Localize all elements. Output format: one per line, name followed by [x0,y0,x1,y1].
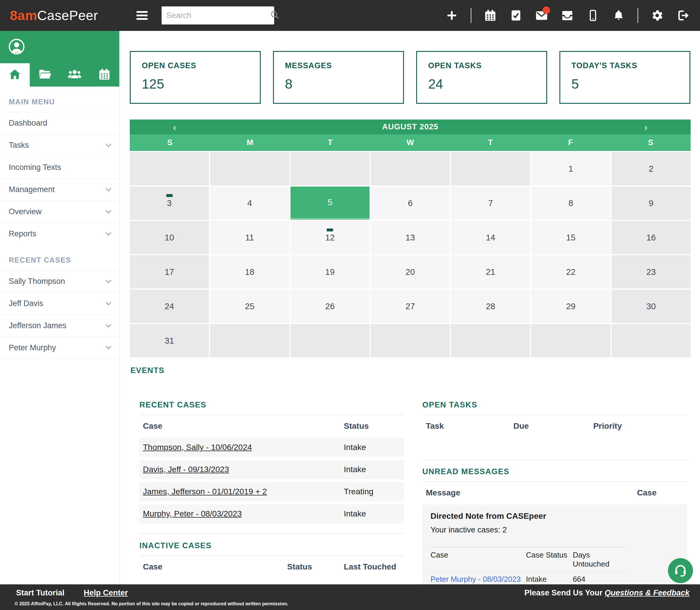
notifications-bell-icon[interactable] [612,9,625,22]
calendar-day-cell[interactable]: 31 [130,324,209,357]
day-number: 19 [325,267,335,277]
calendar-icon[interactable] [484,9,497,22]
sidebar-case-jeff-davis[interactable]: Jeff Davis [0,292,119,315]
stat-card-open-cases[interactable]: OPEN CASES 125 [130,51,261,104]
calendar-day-cell[interactable]: 17 [130,255,209,289]
calendar-day-cell[interactable]: 29 [531,290,610,323]
settings-gear-icon[interactable] [650,9,664,22]
calendar-day-cell[interactable]: 5 [291,187,370,220]
table-row: Davis, Jeff - 09/13/2023Intake [139,460,404,479]
logout-icon[interactable] [676,9,689,22]
tab-home[interactable] [0,63,30,86]
calendar-prev-button[interactable]: ‹ [173,122,176,132]
directed-note-message[interactable]: Directed Note from CASEpeer Your inactiv… [422,504,687,598]
inbox-icon[interactable] [561,9,574,22]
day-number: 31 [165,336,174,346]
mobile-icon[interactable] [586,9,600,22]
case-link[interactable]: Peter Murphy - 08/03/2023 [431,575,526,584]
calendar-day-cell[interactable]: 7 [451,187,530,220]
calendar-day-cell[interactable]: 13 [371,221,450,254]
day-number: 20 [405,267,415,277]
calendar-day-cell[interactable]: 14 [451,221,530,254]
messages-envelope-icon[interactable] [535,9,548,22]
day-number: 27 [405,302,415,311]
day-number: 29 [566,302,575,311]
calendar-day-cell[interactable]: 30 [612,290,691,323]
sidebar-case-sally-thompson[interactable]: Sally Thompson [0,270,119,292]
calendar-empty-cell [210,152,289,186]
search-box[interactable] [161,6,274,25]
stat-value: 24 [428,76,546,92]
calendar-day-cell[interactable]: 2 [612,152,691,186]
sidebar-item-reports[interactable]: Reports [0,223,119,245]
brand-logo[interactable]: 8amCasePeer [10,7,98,23]
tab-contacts[interactable] [60,63,90,86]
calendar-day-cell[interactable]: 24 [130,290,209,323]
message-body: Your inactive cases: 2 [431,526,679,534]
sidebar-item-management[interactable]: Management [0,178,119,200]
case-link[interactable]: James, Jefferson - 01/01/2019 + 2 [143,487,344,496]
folder-icon [38,68,51,82]
calendar-day-cell[interactable]: 10 [130,221,209,254]
tab-calendar[interactable] [90,63,119,86]
calendar-grid: 1234567891011121314151617181920212223242… [130,152,691,357]
sidebar-item-dashboard[interactable]: Dashboard [0,112,119,134]
sidebar-item-incoming-texts[interactable]: Incoming Texts [0,156,119,178]
calendar-day-cell[interactable]: 1 [531,152,610,186]
calendar-day-cell[interactable]: 20 [371,255,450,289]
calendar-day-cell[interactable]: 15 [531,221,610,254]
stat-card-todays-tasks[interactable]: TODAY'S TASKS 5 [559,51,690,104]
support-chat-button[interactable] [668,558,693,583]
calendar-day-cell[interactable]: 12 [291,221,370,254]
day-number: 9 [649,198,653,208]
calendar-day-cell[interactable]: 4 [210,187,289,220]
calendar-day-cell[interactable]: 8 [531,187,610,220]
main-content: OPEN CASES 125 MESSAGES 8 OPEN TASKS 24 … [130,31,691,584]
calendar-day-cell[interactable]: 16 [612,221,691,254]
calendar-day-cell[interactable]: 11 [210,221,289,254]
search-input[interactable] [166,11,269,20]
day-number: 23 [646,267,656,277]
calendar-day-cell[interactable]: 22 [531,255,610,289]
menu-icon[interactable] [137,11,147,20]
calendar-day-cell[interactable]: 3 [130,187,209,220]
sidebar-item-overview[interactable]: Overview [0,200,119,223]
plus-icon[interactable] [445,9,458,22]
day-number: 14 [486,233,495,242]
calendar-day-cell[interactable]: 23 [612,255,691,289]
calendar-empty-cell [130,152,209,186]
case-link[interactable]: Thompson, Sally - 10/06/2024 [143,443,344,452]
calendar-day-cell[interactable]: 21 [451,255,530,289]
calendar-day-cell[interactable]: 27 [371,290,450,323]
stat-card-open-tasks[interactable]: OPEN TASKS 24 [416,51,547,104]
column-header: Status [287,562,344,572]
column-header: Task [426,421,513,431]
sidebar-case-jefferson-james[interactable]: Jefferson James [0,315,119,337]
inactive-cases-header: Case Status Last Touched [139,556,404,579]
day-number: 26 [325,302,335,311]
calendar-day-cell[interactable]: 28 [451,290,530,323]
case-link[interactable]: Murphy, Peter - 08/03/2023 [143,509,344,518]
tab-cases[interactable] [30,63,60,86]
stat-card-messages[interactable]: MESSAGES 8 [273,51,404,104]
tasks-check-icon[interactable] [509,9,523,22]
calendar-day-cell[interactable]: 25 [210,290,289,323]
open-tasks-header: Task Due Priority [422,415,687,438]
case-status: Intake [526,575,573,584]
case-link[interactable]: Davis, Jeff - 09/13/2023 [143,465,344,474]
sidebar-case-peter-murphy[interactable]: Peter Murphy [0,337,119,359]
calendar-day-cell[interactable]: 19 [291,255,370,289]
help-center-link[interactable]: Help Center [84,589,128,597]
feedback-link[interactable]: Questions & Feedback [605,589,689,597]
chevron-down-icon [106,321,111,327]
calendar-day-cell[interactable]: 9 [612,187,691,220]
avatar[interactable] [8,38,25,56]
sidebar-item-tasks[interactable]: Tasks [0,134,119,156]
search-icon[interactable] [269,10,280,21]
calendar-next-button[interactable]: › [644,122,648,132]
start-tutorial-link[interactable]: Start Tutorial [16,589,64,597]
calendar-day-cell[interactable]: 6 [371,187,450,220]
calendar-day-cell[interactable]: 18 [210,255,289,289]
calendar-empty-cell [291,152,370,186]
calendar-day-cell[interactable]: 26 [291,290,370,323]
